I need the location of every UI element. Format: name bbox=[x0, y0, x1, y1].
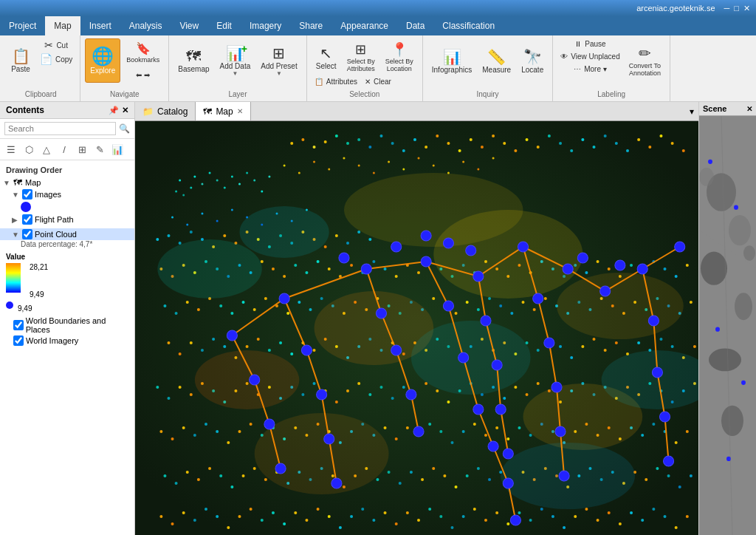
paste-button[interactable]: 📋 Paste bbox=[6, 38, 35, 83]
svg-point-413 bbox=[450, 526, 453, 529]
svg-point-360 bbox=[399, 482, 402, 485]
layer-flight-path[interactable]: ▶ Flight Path bbox=[0, 214, 134, 225]
clear-button[interactable]: ✕ Clear bbox=[362, 76, 394, 87]
layer-images-dot[interactable] bbox=[0, 200, 134, 214]
svg-point-35 bbox=[231, 209, 233, 211]
tab-map[interactable]: Map bbox=[45, 16, 80, 35]
legend-labels: 28,21 9,49 bbox=[30, 263, 48, 299]
svg-point-196 bbox=[190, 341, 193, 344]
explore-button[interactable]: 🌐 Explore bbox=[85, 38, 120, 83]
scene-close-icon[interactable]: ✕ bbox=[746, 105, 752, 113]
basemap-icon: 🗺 bbox=[186, 49, 201, 64]
svg-point-346 bbox=[242, 474, 245, 477]
pin-icon[interactable]: 📌 bbox=[109, 106, 119, 115]
basemap-button[interactable]: 🗺 Basemap bbox=[173, 38, 213, 83]
tab-edit[interactable]: Edit bbox=[207, 16, 241, 35]
select-by-attributes-button[interactable]: ⊞ Select By Attributes bbox=[343, 38, 379, 75]
locate-button[interactable]: 🔭 Locate bbox=[517, 38, 548, 83]
pause-button[interactable]: ⏸ Pause bbox=[557, 38, 623, 50]
contents-close-icon[interactable]: ✕ bbox=[122, 106, 128, 115]
search-input[interactable] bbox=[4, 122, 116, 135]
list-view-btn[interactable]: ☰ bbox=[3, 141, 19, 157]
measure-button[interactable]: 📏 Measure bbox=[478, 38, 515, 83]
select-by-location-button[interactable]: 📍 Select By Location bbox=[381, 38, 418, 75]
polygon-btn[interactable]: △ bbox=[38, 141, 55, 157]
svg-point-232 bbox=[592, 338, 595, 341]
tab-view[interactable]: View bbox=[171, 16, 207, 35]
select-button[interactable]: ↖ Select bbox=[312, 38, 341, 75]
svg-point-481 bbox=[264, 419, 275, 429]
infographics-button[interactable]: 📊 Infographics bbox=[427, 38, 476, 83]
svg-point-431 bbox=[652, 508, 655, 511]
map-label: Map bbox=[25, 178, 41, 187]
svg-point-255 bbox=[301, 393, 304, 396]
tab-imagery[interactable]: Imagery bbox=[241, 16, 290, 35]
cut-button[interactable]: ✂ Cut bbox=[37, 38, 75, 52]
svg-point-367 bbox=[477, 467, 480, 470]
svg-point-342 bbox=[197, 478, 200, 481]
svg-point-384 bbox=[667, 474, 670, 477]
svg-point-338 bbox=[686, 430, 689, 433]
tab-catalog[interactable]: 📁 Catalog bbox=[135, 102, 196, 120]
world-boundaries-checkbox[interactable] bbox=[13, 320, 24, 330]
map-view[interactable] bbox=[135, 121, 698, 535]
line-btn[interactable]: / bbox=[56, 141, 72, 157]
add-preset-button[interactable]: ⊞ Add Preset ▼ bbox=[256, 38, 301, 83]
map-tab-close[interactable]: ✕ bbox=[237, 107, 243, 115]
minimize-icon[interactable]: ─ bbox=[724, 4, 730, 13]
close-icon[interactable]: ✕ bbox=[743, 4, 750, 13]
svg-point-145 bbox=[686, 264, 689, 267]
svg-point-476 bbox=[544, 338, 554, 348]
clipboard-content: 📋 Paste ✂ Cut 📄 Copy bbox=[6, 38, 75, 89]
svg-point-108 bbox=[272, 268, 275, 270]
layer-point-cloud[interactable]: ▼ Point Cloud bbox=[0, 228, 134, 240]
layer-world-boundaries[interactable]: World Boundaries and Places bbox=[0, 316, 134, 335]
maximize-icon[interactable]: □ bbox=[734, 4, 739, 13]
bookmarks-button[interactable]: 🔖 Bookmarks bbox=[122, 38, 164, 68]
svg-point-48 bbox=[357, 138, 360, 141]
point-cloud-checkbox[interactable] bbox=[22, 229, 32, 239]
world-imagery-checkbox[interactable] bbox=[13, 335, 24, 346]
svg-point-260 bbox=[357, 382, 360, 385]
add-data-button[interactable]: 📊 + Add Data ▼ bbox=[216, 38, 255, 83]
chart-btn[interactable]: 📊 bbox=[109, 141, 126, 157]
map-view-dropdown[interactable]: ▾ bbox=[685, 102, 698, 120]
svg-point-242 bbox=[156, 386, 159, 389]
labeling-content: ⏸ Pause 👁 View Unplaced ⋯ More ▾ ✏ Conve… bbox=[557, 38, 665, 89]
svg-point-479 bbox=[559, 471, 569, 481]
view-unplaced-button[interactable]: 👁 View Unplaced bbox=[557, 51, 623, 62]
copy-button[interactable]: 📄 Copy bbox=[37, 52, 75, 66]
layer-map[interactable]: ▼ 🗺 Map bbox=[0, 177, 134, 188]
svg-point-57 bbox=[458, 149, 461, 152]
tab-appearance[interactable]: Appearance bbox=[331, 16, 397, 35]
tab-data[interactable]: Data bbox=[397, 16, 433, 35]
attributes-icon: 📋 bbox=[315, 78, 323, 86]
tab-insert[interactable]: Insert bbox=[80, 16, 120, 35]
pencil-btn[interactable]: ✎ bbox=[92, 141, 108, 157]
tab-project[interactable]: Project bbox=[0, 16, 45, 35]
svg-point-426 bbox=[597, 519, 599, 522]
tab-map-doc[interactable]: 🗺 Map ✕ bbox=[196, 102, 250, 120]
svg-point-111 bbox=[305, 271, 308, 274]
attributes-button[interactable]: 📋 Attributes bbox=[312, 76, 360, 87]
tab-share[interactable]: Share bbox=[290, 16, 331, 35]
layer-images[interactable]: ▼ Images bbox=[0, 188, 134, 200]
svg-point-67 bbox=[570, 149, 573, 152]
flight-path-checkbox[interactable] bbox=[22, 214, 32, 225]
svg-point-344 bbox=[219, 474, 222, 477]
more-button[interactable]: ⋯ More ▾ bbox=[557, 64, 623, 75]
images-checkbox[interactable] bbox=[22, 189, 32, 200]
cylinder-btn[interactable]: ⬡ bbox=[21, 141, 37, 157]
search-icon[interactable]: 🔍 bbox=[119, 123, 130, 134]
tab-classification[interactable]: Classification bbox=[433, 16, 504, 35]
svg-point-63 bbox=[526, 138, 529, 141]
convert-to-annotation-button[interactable]: ✏ Convert To Annotation bbox=[625, 38, 665, 83]
layer-world-imagery[interactable]: World Imagery bbox=[0, 335, 134, 347]
nav-back-button[interactable]: ⬅ ➡ bbox=[122, 69, 164, 81]
add-layer-btn[interactable]: ⊞ bbox=[74, 141, 90, 157]
svg-point-238 bbox=[659, 338, 662, 341]
svg-point-500 bbox=[699, 168, 714, 186]
svg-point-154 bbox=[253, 308, 256, 311]
tab-analysis[interactable]: Analysis bbox=[120, 16, 171, 35]
svg-point-84 bbox=[223, 234, 226, 237]
